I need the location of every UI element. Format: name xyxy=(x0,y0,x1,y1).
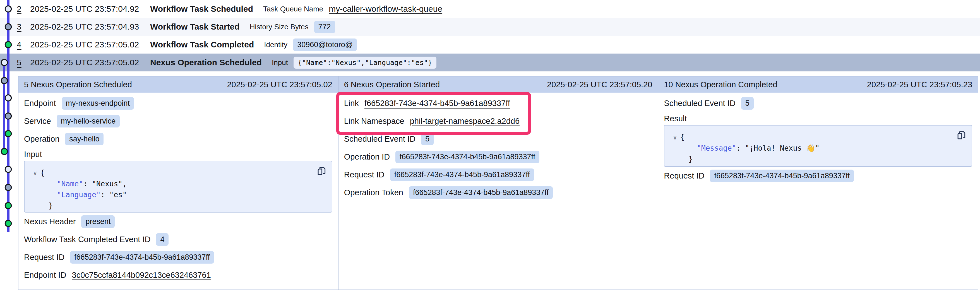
detail-label: Service xyxy=(24,117,51,126)
detail-row-scheduled-event-id: Scheduled Event ID 5 xyxy=(664,94,972,112)
input-badge: {"Name":"Nexus","Language":"es"} xyxy=(294,57,436,68)
event-name: Workflow Task Started xyxy=(150,22,240,32)
event-timestamp: 2025-02-25 UTC 23:57:05.02 xyxy=(30,40,141,49)
detail-label: Operation xyxy=(24,134,59,144)
detail-label: Operation Token xyxy=(344,188,403,197)
event-row-selected[interactable]: 5 2025-02-25 UTC 23:57:05.02 Nexus Opera… xyxy=(0,54,980,72)
nexus-header-badge: present xyxy=(81,215,115,228)
detail-label: Link xyxy=(344,99,359,108)
input-section-label: Input xyxy=(24,148,332,161)
panel-title: 6 Nexus Operation Started xyxy=(344,80,440,89)
event-name: Nexus Operation Scheduled xyxy=(150,58,262,67)
request-id-badge: f665283f-743e-4374-b45b-9a61a89337ff xyxy=(70,251,214,264)
event-row[interactable]: 3 2025-02-25 UTC 23:57:04.93 Workflow Ta… xyxy=(0,18,980,36)
copy-icon[interactable] xyxy=(316,166,327,176)
copy-icon[interactable] xyxy=(956,130,967,141)
panel-nexus-operation-completed: 10 Nexus Operation Completed 2025-02-25 … xyxy=(658,76,978,289)
event-row[interactable]: 2 2025-02-25 UTC 23:57:04.92 Workflow Ta… xyxy=(0,0,980,18)
timeline-node xyxy=(5,130,11,137)
timeline-node xyxy=(5,220,11,227)
detail-row-request-id: Request ID f665283f-743e-4374-b45b-9a61a… xyxy=(664,167,972,185)
event-attr-label: Identity xyxy=(264,40,287,49)
detail-label: Workflow Task Completed Event ID xyxy=(24,235,150,244)
detail-row-service: Service my-hello-service xyxy=(24,112,332,130)
collapse-chevron-icon[interactable]: ∨ xyxy=(33,168,40,178)
timeline-node xyxy=(5,41,11,48)
detail-label: Request ID xyxy=(664,171,704,181)
event-timestamp: 2025-02-25 UTC 23:57:04.92 xyxy=(30,4,141,14)
event-timeline xyxy=(0,0,18,294)
result-section-label: Result xyxy=(664,112,972,125)
result-json-viewer: ∨{ "Message": "¡Hola! Nexus 👋" } xyxy=(664,125,972,167)
event-attr-label: History Size Bytes xyxy=(250,22,309,31)
endpoint-id-link[interactable]: 3c0c75ccfa8144b092c13ce632463761 xyxy=(72,270,211,280)
json-line: "Language": "es" xyxy=(33,189,325,200)
scheduled-event-id-badge: 5 xyxy=(421,133,434,145)
temporal-event-history-screen: { "events": { "rows": [ {"id":"2","time"… xyxy=(0,0,980,294)
detail-row-endpoint: Endpoint my-nexus-endpoint xyxy=(24,94,332,112)
detail-row-request-id: Request ID f665283f-743e-4374-b45b-9a61a… xyxy=(344,166,652,184)
json-line: "Message": "¡Hola! Nexus 👋" xyxy=(673,143,965,154)
event-name: Workflow Task Completed xyxy=(150,40,254,49)
panel-title: 10 Nexus Operation Completed xyxy=(664,80,777,89)
event-timestamp: 2025-02-25 UTC 23:57:04.93 xyxy=(30,22,141,32)
detail-row-operation: Operation say-hello xyxy=(24,130,332,148)
detail-label: Scheduled Event ID xyxy=(344,134,415,144)
panel-body: Link f665283f-743e-4374-b45b-9a61a89337f… xyxy=(339,92,658,289)
event-group-details: 5 Nexus Operation Scheduled 2025-02-25 U… xyxy=(18,76,978,290)
operation-token-badge: f665283f-743e-4374-b45b-9a61a89337ff xyxy=(409,186,553,199)
collapse-chevron-icon[interactable]: ∨ xyxy=(673,132,680,143)
json-line: } xyxy=(673,154,965,165)
detail-label: Scheduled Event ID xyxy=(664,99,735,108)
panel-timestamp: 2025-02-25 UTC 23:57:05.02 xyxy=(227,80,332,89)
detail-row-operation-id: Operation ID f665283f-743e-4374-b45b-9a6… xyxy=(344,148,652,166)
json-line: ∨{ xyxy=(673,132,965,143)
panel-timestamp: 2025-02-25 UTC 23:57:05.20 xyxy=(547,80,652,89)
panel-header: 6 Nexus Operation Started 2025-02-25 UTC… xyxy=(339,76,658,92)
detail-row-endpoint-id: Endpoint ID 3c0c75ccfa8144b092c13ce63246… xyxy=(24,266,332,284)
timeline-node xyxy=(5,95,11,101)
timeline-node xyxy=(2,59,8,65)
nexus-link[interactable]: f665283f-743e-4374-b45b-9a61a89337ff xyxy=(364,99,510,108)
detail-label: Nexus Header xyxy=(24,217,76,226)
panel-nexus-operation-started: 6 Nexus Operation Started 2025-02-25 UTC… xyxy=(338,76,658,289)
json-line: ∨{ xyxy=(33,167,325,178)
json-line: "Name": "Nexus", xyxy=(33,178,325,189)
request-id-badge: f665283f-743e-4374-b45b-9a61a89337ff xyxy=(390,168,534,181)
scheduled-event-id-badge: 5 xyxy=(741,97,754,110)
detail-label: Link Namespace xyxy=(344,117,404,126)
panel-body: Endpoint my-nexus-endpoint Service my-he… xyxy=(18,92,338,289)
event-attr-label: Task Queue Name xyxy=(263,5,323,13)
timeline-node xyxy=(2,148,8,154)
panel-title: 5 Nexus Operation Scheduled xyxy=(24,80,132,89)
detail-label: Endpoint ID xyxy=(24,270,67,280)
detail-row-operation-token: Operation Token f665283f-743e-4374-b45b-… xyxy=(344,184,652,202)
detail-row-link: Link f665283f-743e-4374-b45b-9a61a89337f… xyxy=(344,94,652,112)
detail-row-link-namespace: Link Namespace phil-target-namespace2.a2… xyxy=(344,112,652,130)
timeline-node xyxy=(5,113,11,119)
detail-row-request-id: Request ID f665283f-743e-4374-b45b-9a61a… xyxy=(24,248,332,266)
event-name: Workflow Task Scheduled xyxy=(150,4,253,14)
detail-label: Operation ID xyxy=(344,152,390,162)
endpoint-badge: my-nexus-endpoint xyxy=(62,97,134,110)
task-queue-link[interactable]: my-caller-workflow-task-queue xyxy=(329,4,442,14)
panel-header: 10 Nexus Operation Completed 2025-02-25 … xyxy=(658,76,978,92)
history-size-badge: 772 xyxy=(314,21,335,33)
event-attr-label: Input xyxy=(272,58,288,67)
service-badge: my-hello-service xyxy=(57,115,120,127)
timeline-node xyxy=(2,78,8,84)
operation-id-badge: f665283f-743e-4374-b45b-9a61a89337ff xyxy=(395,151,539,163)
timeline-node xyxy=(5,184,11,191)
event-timestamp: 2025-02-25 UTC 23:57:05.02 xyxy=(30,58,141,67)
timeline-node xyxy=(5,166,11,172)
event-row[interactable]: 4 2025-02-25 UTC 23:57:05.02 Workflow Ta… xyxy=(0,36,980,54)
link-namespace-link[interactable]: phil-target-namespace2.a2dd6 xyxy=(410,117,520,126)
identity-badge: 30960@totoro@ xyxy=(293,38,357,51)
json-line: } xyxy=(33,200,325,211)
detail-row-wft-completed-event-id: Workflow Task Completed Event ID 4 xyxy=(24,230,332,248)
detail-label: Request ID xyxy=(24,253,64,262)
detail-label: Endpoint xyxy=(24,99,56,108)
timeline-node xyxy=(5,6,11,12)
panel-timestamp: 2025-02-25 UTC 23:57:05.23 xyxy=(867,80,972,89)
detail-row-nexus-header: Nexus Header present xyxy=(24,213,332,230)
